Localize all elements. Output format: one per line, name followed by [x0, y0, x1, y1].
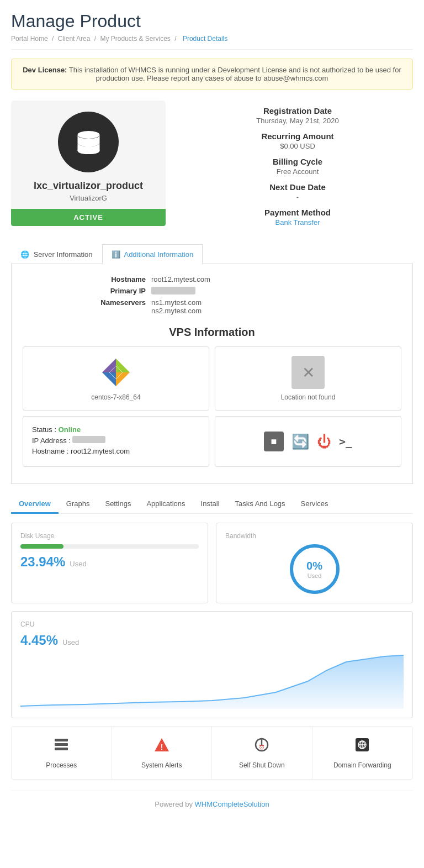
power-button[interactable]: ⏻ [317, 433, 331, 450]
svg-rect-13 [55, 743, 68, 746]
registration-row: Registration Date Thursday, May 21st, 20… [182, 106, 413, 125]
system-alerts-action[interactable]: ! System Alerts [112, 727, 213, 779]
svg-text:⏰: ⏰ [259, 744, 264, 750]
vps-actions-card: ■ 🔄 ⏻ >_ [215, 416, 401, 467]
database-icon [73, 127, 104, 157]
svg-rect-14 [55, 748, 68, 750]
overview-tabs: Overview Graphs Settings Applications In… [11, 495, 413, 514]
tab-settings[interactable]: Settings [97, 495, 139, 514]
location-not-found-icon [292, 356, 325, 389]
cpu-pct: 4.45% [20, 633, 58, 648]
tab-additional-label: Additional Information [124, 250, 193, 259]
processes-icon [17, 737, 106, 757]
tab-install[interactable]: Install [193, 495, 227, 514]
product-type: VirtualizorG [22, 194, 155, 202]
vps-status-card: Status : Online IP Address : Hostname : … [23, 416, 209, 467]
ip-value-blurred [72, 436, 105, 443]
recurring-label: Recurring Amount [182, 131, 413, 141]
ns1: ns1.mytest.com [151, 298, 202, 307]
tab-additional-information[interactable]: ℹ️ Additional Information [102, 244, 203, 264]
bottom-actions: Processes ! System Alerts ⏰ Self Shut Do… [11, 726, 413, 780]
status-value: Online [59, 425, 81, 434]
breadcrumb-product-details: Product Details [183, 35, 227, 43]
domain-forwarding-action[interactable]: Domain Forwarding [312, 727, 413, 779]
centos-icon [99, 356, 132, 389]
next-due-label: Next Due Date [182, 182, 413, 192]
ip-label: IP Address : [32, 436, 71, 445]
svg-text:!: ! [160, 743, 163, 751]
self-shutdown-action[interactable]: ⏰ Self Shut Down [212, 727, 312, 779]
recurring-row: Recurring Amount $0.00 USD [182, 131, 413, 150]
next-due-row: Next Due Date - [182, 182, 413, 201]
disk-label: Disk Usage [20, 532, 199, 540]
footer-link[interactable]: WHMCompleteSolution [195, 800, 269, 808]
nameservers-row: Nameservers ns1.mytest.com ns2.mytest.co… [96, 298, 328, 315]
system-alerts-label: System Alerts [118, 761, 206, 769]
info-icon: ℹ️ [112, 250, 120, 259]
self-shutdown-label: Self Shut Down [218, 761, 306, 769]
svg-rect-12 [55, 739, 68, 741]
system-alerts-icon: ! [118, 737, 206, 757]
breadcrumb: Portal Home / Client Area / My Products … [11, 35, 413, 50]
alert-bold: Dev License: [23, 66, 67, 74]
next-due-value: - [182, 193, 413, 201]
registration-value: Thursday, May 21st, 2020 [182, 117, 413, 125]
disk-unit: Used [70, 560, 86, 568]
restart-button[interactable]: 🔄 [292, 433, 309, 450]
product-info: Registration Date Thursday, May 21st, 20… [182, 101, 413, 233]
billing-value: Free Account [182, 167, 413, 176]
tab-applications[interactable]: Applications [139, 495, 193, 514]
disk-pct: 23.94% [20, 554, 65, 569]
nameservers-val: ns1.mytest.com ns2.mytest.com [151, 298, 202, 315]
tab-server-label: Server Information [34, 250, 93, 259]
bandwidth-pct: 0% [306, 560, 322, 572]
dev-license-alert: Dev License: This installation of WHMCS … [11, 59, 413, 90]
self-shutdown-icon: ⏰ [218, 737, 306, 757]
processes-label: Processes [17, 761, 106, 769]
breadcrumb-my-products[interactable]: My Products & Services [100, 35, 170, 43]
tab-tasks-logs[interactable]: Tasks And Logs [227, 495, 293, 514]
disk-usage-card: Disk Usage 23.94% Used [11, 523, 208, 603]
product-status: ACTIVE [11, 209, 166, 226]
nameservers-label: Nameservers [96, 298, 146, 315]
stop-button[interactable]: ■ [264, 432, 284, 451]
recurring-value: $0.00 USD [182, 142, 413, 150]
footer: Powered by WHMCompleteSolution [11, 791, 413, 817]
product-icon-box: lxc_virtualizor_product VirtualizorG ACT… [11, 101, 166, 226]
svg-point-1 [77, 146, 99, 154]
product-icon-circle [58, 112, 119, 172]
billing-label: Billing Cycle [182, 157, 413, 166]
cpu-chart [20, 654, 404, 709]
hostname-line: Hostname : root12.mytest.com [32, 447, 200, 455]
os-label: centos-7-x86_64 [91, 393, 140, 401]
hostname-row: Hostname root12.mytest.com [96, 275, 328, 283]
tab-services[interactable]: Services [293, 495, 336, 514]
tab-overview[interactable]: Overview [11, 495, 59, 514]
alert-text: This installation of WHMCS is running un… [69, 66, 401, 82]
breadcrumb-client-area[interactable]: Client Area [58, 35, 91, 43]
disk-bar-bg [20, 544, 199, 549]
product-card: lxc_virtualizor_product VirtualizorG ACT… [11, 101, 413, 233]
vps-section-title: VPS Information [23, 326, 401, 339]
cpu-card: CPU 4.45% Used [11, 611, 413, 718]
processes-action[interactable]: Processes [12, 727, 112, 779]
tab-server-information[interactable]: 🌐 Server Information [11, 244, 102, 264]
server-info-table: Hostname root12.mytest.com Primary IP Na… [96, 275, 328, 315]
payment-row: Payment Method Bank Transfer [182, 208, 413, 227]
ip-line: IP Address : [32, 436, 200, 445]
hostname-val: root12.mytest.com [151, 275, 210, 283]
footer-text: Powered by [155, 800, 194, 808]
cpu-chart-svg [20, 654, 404, 709]
server-tabs: 🌐 Server Information ℹ️ Additional Infor… [11, 244, 413, 264]
billing-row: Billing Cycle Free Account [182, 157, 413, 176]
console-button[interactable]: >_ [339, 435, 352, 448]
domain-forwarding-label: Domain Forwarding [318, 761, 407, 769]
location-label: Location not found [281, 393, 336, 401]
bandwidth-unit: Used [308, 572, 322, 579]
status-line: Status : Online [32, 425, 200, 434]
bandwidth-label: Bandwidth [225, 532, 404, 540]
product-name: lxc_virtualizor_product [22, 180, 155, 192]
vps-hostname-value: root12.mytest.com [71, 447, 130, 455]
tab-graphs[interactable]: Graphs [59, 495, 98, 514]
breadcrumb-portal-home[interactable]: Portal Home [11, 35, 48, 43]
